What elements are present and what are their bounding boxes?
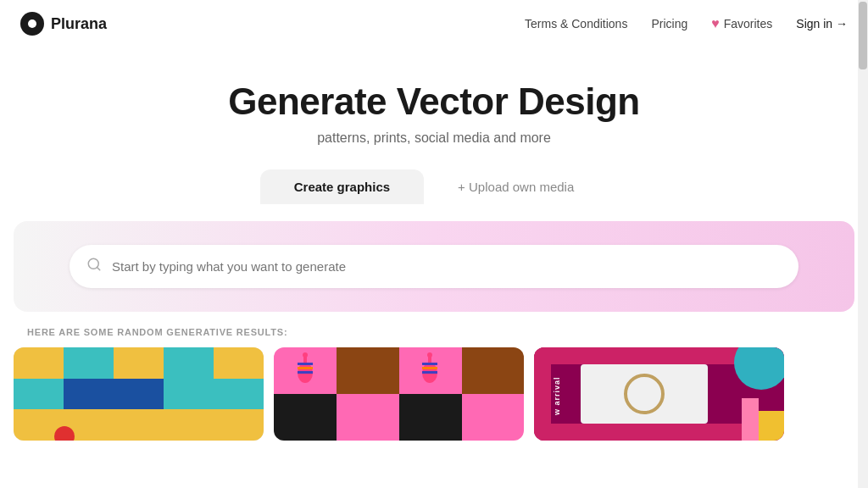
svg-rect-24: [399, 394, 462, 441]
svg-rect-5: [114, 347, 164, 379]
logo-dot: [28, 19, 36, 28]
card-1[interactable]: [14, 347, 264, 441]
signin-link[interactable]: Sign in →: [796, 17, 848, 30]
svg-rect-34: [422, 363, 437, 365]
svg-point-32: [303, 352, 308, 358]
svg-rect-16: [214, 409, 264, 441]
card-2[interactable]: [274, 347, 524, 441]
search-bar: [70, 245, 798, 288]
search-icon: [86, 257, 102, 276]
svg-rect-43: [534, 347, 551, 441]
svg-rect-45: [581, 364, 708, 424]
tab-upload-media[interactable]: + Upload own media: [424, 169, 608, 204]
logo-area[interactable]: Plurana: [20, 12, 107, 36]
scrollbar-thumb[interactable]: [859, 2, 867, 69]
svg-rect-3: [14, 347, 64, 379]
svg-rect-37: [426, 378, 433, 381]
pricing-link[interactable]: Pricing: [651, 17, 687, 30]
svg-rect-19: [337, 347, 399, 394]
svg-rect-29: [298, 371, 313, 374]
svg-rect-4: [64, 347, 114, 379]
hero-subtitle: patterns, prints, social media and more: [17, 130, 851, 146]
favorites-label: Favorites: [724, 17, 773, 30]
svg-rect-30: [302, 378, 309, 381]
svg-rect-15: [164, 409, 214, 441]
svg-line-1: [97, 268, 99, 270]
svg-rect-27: [298, 363, 313, 365]
svg-rect-23: [337, 394, 399, 441]
hero-title: Generate Vector Design: [17, 81, 851, 122]
svg-rect-21: [462, 347, 524, 394]
svg-rect-35: [422, 367, 437, 369]
cards-row: w arrival: [0, 347, 868, 441]
navbar: Plurana Terms & Conditions Pricing ♥ Fav…: [0, 0, 868, 47]
svg-rect-36: [422, 371, 437, 374]
svg-rect-11: [214, 379, 264, 409]
svg-rect-25: [462, 394, 524, 441]
svg-rect-9: [64, 379, 164, 409]
search-input[interactable]: [112, 259, 782, 274]
svg-rect-14: [114, 409, 164, 441]
hero-section: Generate Vector Design patterns, prints,…: [0, 47, 868, 221]
svg-point-39: [427, 352, 432, 358]
svg-rect-48: [742, 398, 759, 441]
svg-rect-47: [759, 411, 784, 441]
scrollbar[interactable]: [858, 0, 868, 488]
terms-link[interactable]: Terms & Conditions: [525, 17, 627, 30]
logo-text: Plurana: [51, 15, 107, 33]
svg-rect-8: [14, 379, 64, 409]
svg-rect-7: [214, 347, 264, 379]
nav-links: Terms & Conditions Pricing ♥ Favorites S…: [525, 16, 848, 31]
tab-create-graphics[interactable]: Create graphics: [260, 169, 424, 204]
logo-icon: [20, 12, 44, 36]
search-section: [14, 221, 854, 312]
svg-rect-22: [274, 394, 337, 441]
svg-text:w arrival: w arrival: [553, 377, 561, 417]
favorites-link[interactable]: ♥ Favorites: [711, 16, 772, 31]
card-3[interactable]: w arrival: [534, 347, 784, 441]
svg-rect-10: [164, 379, 214, 409]
tabs-container: Create graphics + Upload own media: [17, 169, 851, 204]
heart-icon: ♥: [711, 16, 720, 31]
svg-rect-28: [298, 367, 313, 369]
svg-rect-6: [164, 347, 214, 379]
results-label: HERE ARE SOME RANDOM GENERATIVE RESULTS:: [0, 312, 868, 347]
